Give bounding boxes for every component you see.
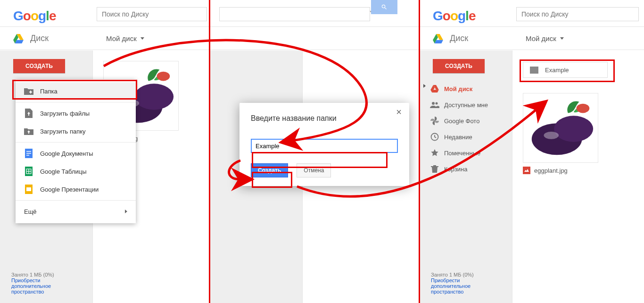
- menu-item-google-slides[interactable]: Google Презентации: [16, 180, 136, 198]
- nav-my-drive[interactable]: Мой диск: [420, 81, 512, 97]
- people-icon: [430, 100, 439, 109]
- folder-upload-icon: [24, 126, 33, 136]
- nav-label: Помеченные: [444, 150, 480, 157]
- nav-label: Корзина: [444, 166, 468, 173]
- buy-storage-link[interactable]: пространство: [431, 289, 474, 295]
- chevron-down-icon: [560, 37, 564, 40]
- search-input[interactable]: [219, 7, 370, 21]
- folder-plus-icon: [24, 86, 33, 96]
- drive-icon: [430, 84, 439, 93]
- star-icon: [430, 148, 439, 158]
- menu-item-label: Ещё: [24, 208, 37, 215]
- menu-item-folder[interactable]: Папка: [16, 82, 136, 100]
- svg-point-27: [436, 102, 438, 105]
- menu-item-google-docs[interactable]: Google Документы: [16, 144, 136, 162]
- menu-item-upload-files[interactable]: Загрузить файлы: [16, 104, 136, 122]
- nav-label: Google Фото: [444, 118, 479, 125]
- chevron-down-icon: [140, 37, 144, 40]
- create-menu: Папка Загрузить файлы Загрузить папку: [16, 79, 136, 223]
- menu-item-label: Загрузить файлы: [40, 110, 90, 117]
- file-thumbnail[interactable]: [523, 93, 598, 163]
- svg-rect-19: [26, 187, 31, 191]
- expand-icon: [423, 84, 426, 88]
- breadcrumb[interactable]: Мой диск: [106, 34, 144, 42]
- dialog-close-button[interactable]: ×: [394, 108, 404, 117]
- dialog-title: Введите название папки: [251, 114, 398, 123]
- file-name-label: eggplant.jpg: [534, 167, 568, 174]
- svg-point-4: [134, 84, 173, 109]
- menu-item-label: Google Документы: [40, 150, 93, 157]
- svg-rect-12: [26, 153, 31, 154]
- nav-trash[interactable]: Корзина: [420, 161, 512, 177]
- new-folder-dialog: × Введите название папки Создать Отмена: [239, 103, 409, 186]
- storage-info: Занято 1 МБ (0%) Приобрести дополнительн…: [11, 272, 54, 295]
- nav-photos[interactable]: Google Фото: [420, 113, 512, 129]
- folder-item[interactable]: Example: [523, 62, 608, 78]
- search-input[interactable]: [516, 7, 639, 21]
- nav-label: Доступные мне: [444, 101, 488, 109]
- dialog-create-button[interactable]: Создать: [251, 163, 288, 177]
- folder-name-label: Example: [545, 67, 569, 74]
- menu-item-label: Папка: [40, 88, 58, 95]
- nav-shared[interactable]: Доступные мне: [420, 97, 512, 113]
- svg-rect-9: [29, 92, 32, 93]
- buy-storage-link[interactable]: Приобрести: [11, 278, 54, 283]
- menu-item-label: Загрузить папку: [40, 128, 86, 135]
- drive-label: Диск: [30, 34, 49, 43]
- svg-point-26: [432, 102, 435, 105]
- svg-marker-34: [524, 169, 529, 172]
- menu-item-upload-folder[interactable]: Загрузить папку: [16, 122, 136, 140]
- nav-recent[interactable]: Недавние: [420, 129, 512, 145]
- google-sheets-icon: [24, 167, 33, 176]
- annotation-divider: [209, 0, 210, 303]
- buy-storage-link[interactable]: Приобрести: [431, 278, 474, 283]
- buy-storage-link[interactable]: дополнительное: [11, 283, 54, 289]
- clock-icon: [430, 132, 439, 142]
- search-icon: [381, 4, 388, 10]
- breadcrumb-label: Мой диск: [106, 34, 137, 42]
- drive-logo: Диск: [433, 34, 468, 43]
- folder-name-input[interactable]: [251, 139, 398, 153]
- svg-rect-29: [431, 166, 438, 167]
- drive-label: Диск: [450, 34, 468, 43]
- storage-used-label: Занято 1 МБ (0%): [11, 272, 54, 278]
- google-slides-icon: [24, 185, 33, 194]
- svg-rect-11: [26, 151, 31, 152]
- svg-point-31: [554, 116, 593, 142]
- google-logo: Google: [13, 8, 56, 24]
- menu-item-label: Google Презентации: [40, 186, 99, 193]
- drive-logo: Диск: [13, 34, 49, 43]
- trash-icon: [430, 164, 439, 174]
- storage-info: Занято 1 МБ (0%) Приобрести дополнительн…: [431, 272, 474, 295]
- svg-point-6: [157, 72, 170, 81]
- create-button[interactable]: СОЗДАТЬ: [433, 59, 485, 73]
- breadcrumb[interactable]: Мой диск: [526, 34, 564, 42]
- google-photos-icon: [430, 116, 439, 126]
- search-button[interactable]: [371, 0, 397, 14]
- nav-starred[interactable]: Помеченные: [420, 145, 512, 161]
- storage-used-label: Занято 1 МБ (0%): [431, 272, 474, 278]
- breadcrumb-label: Мой диск: [526, 34, 556, 42]
- buy-storage-link[interactable]: пространство: [11, 289, 54, 295]
- annotation-divider: [419, 0, 420, 303]
- menu-item-more[interactable]: Ещё: [16, 202, 136, 220]
- nav-label: Мой диск: [444, 85, 472, 93]
- dialog-cancel-button[interactable]: Отмена: [297, 163, 331, 177]
- search-input[interactable]: [97, 7, 207, 21]
- image-file-icon: [523, 167, 530, 174]
- nav-label: Недавние: [444, 134, 472, 141]
- google-docs-icon: [24, 149, 33, 158]
- svg-point-33: [577, 104, 590, 113]
- google-logo: Google: [433, 8, 475, 24]
- create-button[interactable]: СОЗДАТЬ: [13, 59, 65, 73]
- folder-icon: [530, 67, 538, 74]
- menu-item-label: Google Таблицы: [40, 168, 87, 175]
- menu-item-google-sheets[interactable]: Google Таблицы: [16, 162, 136, 180]
- buy-storage-link[interactable]: дополнительное: [431, 283, 474, 289]
- svg-point-32: [544, 132, 559, 139]
- svg-rect-13: [26, 155, 29, 156]
- chevron-right-icon: [125, 210, 127, 213]
- file-upload-icon: [24, 109, 33, 118]
